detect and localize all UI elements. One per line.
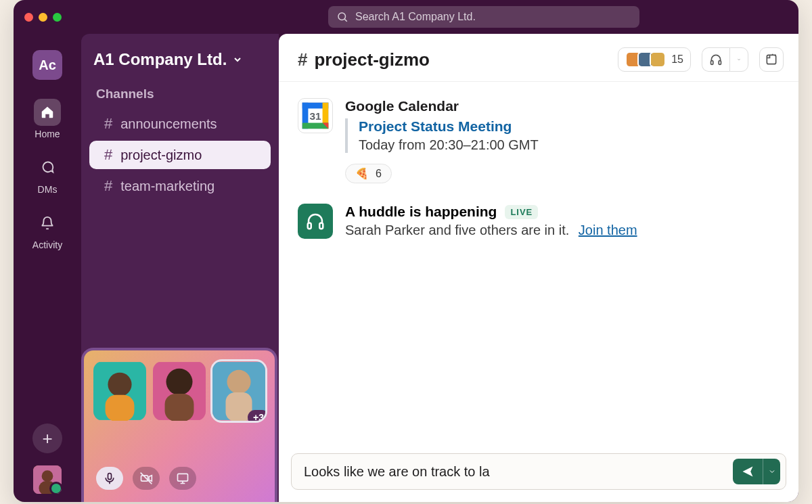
svg-rect-37 xyxy=(308,223,311,229)
huddle-title: A huddle is happening xyxy=(345,204,497,220)
message-sender: Google Calendar xyxy=(345,98,780,114)
left-rail: Ac Home DMs Activity + xyxy=(14,34,81,502)
screen-share-icon xyxy=(176,472,189,485)
headphones-icon xyxy=(709,53,723,66)
huddle-mic-button[interactable] xyxy=(96,467,123,490)
svg-rect-10 xyxy=(165,394,194,421)
huddle-video-button[interactable] xyxy=(133,467,160,490)
global-search[interactable]: Search A1 Company Ltd. xyxy=(328,6,639,28)
workspace-name: A1 Company Ltd. xyxy=(93,50,227,69)
home-icon xyxy=(40,105,55,120)
member-count: 15 xyxy=(671,53,683,66)
svg-rect-38 xyxy=(319,223,323,229)
reaction-pizza[interactable]: 🍕 6 xyxy=(345,164,392,183)
chevron-down-icon xyxy=(768,467,776,476)
huddle-participant[interactable]: +3 xyxy=(212,361,265,421)
google-calendar-icon: 31 xyxy=(298,98,333,133)
event-title-link[interactable]: Project Status Meeting xyxy=(359,118,512,135)
channel-name: project-gizmo xyxy=(314,49,429,70)
rail-item-activity[interactable]: Activity xyxy=(32,204,62,256)
svg-rect-19 xyxy=(178,474,188,481)
message-huddle: A huddle is happening LIVE Sarah Parker … xyxy=(298,204,780,239)
svg-rect-26 xyxy=(719,61,721,65)
channel-title[interactable]: # project-gizmo xyxy=(298,49,430,70)
svg-rect-27 xyxy=(767,55,775,64)
start-huddle-button[interactable] xyxy=(702,47,729,72)
member-avatar-stack xyxy=(625,51,666,68)
hash-icon: # xyxy=(104,177,112,195)
chevron-down-icon xyxy=(737,53,741,66)
channel-header: # project-gizmo 15 xyxy=(279,34,798,82)
composer-input[interactable]: Looks like we are on track to la xyxy=(304,464,733,480)
sidebar-section-channels[interactable]: Channels xyxy=(81,83,279,108)
pizza-icon: 🍕 xyxy=(355,167,369,180)
svg-point-9 xyxy=(166,369,193,395)
huddle-icon xyxy=(298,204,333,239)
send-icon xyxy=(741,465,754,478)
window-controls xyxy=(24,13,62,22)
user-avatar-icon xyxy=(33,465,62,494)
svg-rect-24 xyxy=(651,53,664,66)
main-panel: # project-gizmo 15 xyxy=(279,34,798,502)
sidebar: A1 Company Ltd. Channels # announcements… xyxy=(81,34,279,502)
join-huddle-link[interactable]: Join them xyxy=(579,223,637,237)
svg-line-18 xyxy=(141,473,152,484)
huddle-screenshare-button[interactable] xyxy=(169,467,196,490)
channel-team-marketing[interactable]: # team-marketing xyxy=(89,172,271,200)
maximize-window-button[interactable] xyxy=(53,13,62,22)
rail-user-avatar[interactable] xyxy=(33,465,62,494)
huddle-dock[interactable]: +3 xyxy=(81,348,277,502)
rail-item-dms[interactable]: DMs xyxy=(34,149,61,200)
huddle-participant[interactable] xyxy=(153,361,206,421)
svg-marker-17 xyxy=(149,476,152,481)
composer-area: Looks like we are on track to la xyxy=(279,453,798,502)
huddle-participants: +3 xyxy=(92,361,267,421)
send-button[interactable] xyxy=(733,459,763,484)
canvas-button[interactable] xyxy=(759,47,784,72)
message-list: 31 Google Calendar Project Status Meetin… xyxy=(279,82,798,453)
close-window-button[interactable] xyxy=(24,13,33,22)
channel-label: project-gizmo xyxy=(120,147,202,163)
svg-point-6 xyxy=(108,373,131,396)
svg-text:31: 31 xyxy=(309,110,321,122)
minimize-window-button[interactable] xyxy=(39,13,47,22)
channel-announcements[interactable]: # announcements xyxy=(89,110,271,138)
microphone-icon xyxy=(103,472,116,485)
message-gcal: 31 Google Calendar Project Status Meetin… xyxy=(298,98,780,183)
rail-item-home[interactable]: Home xyxy=(34,93,61,145)
svg-rect-14 xyxy=(108,474,112,480)
workspace-badge[interactable]: Ac xyxy=(32,50,62,80)
rail-label-home: Home xyxy=(35,129,60,139)
dms-icon xyxy=(40,160,55,175)
search-placeholder: Search A1 Company Ltd. xyxy=(355,11,476,23)
rail-label-activity: Activity xyxy=(32,239,62,250)
event-time: Today from 20:30–21:00 GMT xyxy=(359,137,780,153)
search-icon xyxy=(336,11,348,23)
huddle-controls xyxy=(92,461,267,495)
message-composer[interactable]: Looks like we are on track to la xyxy=(291,453,786,490)
send-menu-button[interactable] xyxy=(763,459,780,484)
svg-point-12 xyxy=(227,370,250,394)
video-off-icon xyxy=(139,472,153,485)
hash-icon: # xyxy=(104,146,112,164)
hash-icon: # xyxy=(104,115,112,133)
channel-project-gizmo[interactable]: # project-gizmo xyxy=(89,141,271,169)
workspace-switcher[interactable]: A1 Company Ltd. xyxy=(81,50,279,83)
huddle-overflow-badge[interactable]: +3 xyxy=(248,410,265,421)
svg-point-0 xyxy=(338,13,346,20)
activity-icon xyxy=(40,216,55,231)
reaction-count: 6 xyxy=(376,168,382,180)
note-icon xyxy=(765,53,778,66)
rail-add-button[interactable]: + xyxy=(32,423,62,453)
svg-point-3 xyxy=(42,470,53,482)
channel-members-button[interactable]: 15 xyxy=(618,47,691,72)
svg-rect-7 xyxy=(106,395,135,421)
channel-label: team-marketing xyxy=(120,179,215,194)
live-badge: LIVE xyxy=(505,205,538,219)
chevron-down-icon xyxy=(232,54,243,65)
huddle-participant[interactable] xyxy=(93,361,146,421)
huddle-subtitle: Sarah Parker and five others are in it. xyxy=(345,223,569,237)
hash-icon: # xyxy=(298,49,307,70)
rail-label-dms: DMs xyxy=(38,184,58,195)
huddle-menu-button[interactable] xyxy=(729,47,748,72)
